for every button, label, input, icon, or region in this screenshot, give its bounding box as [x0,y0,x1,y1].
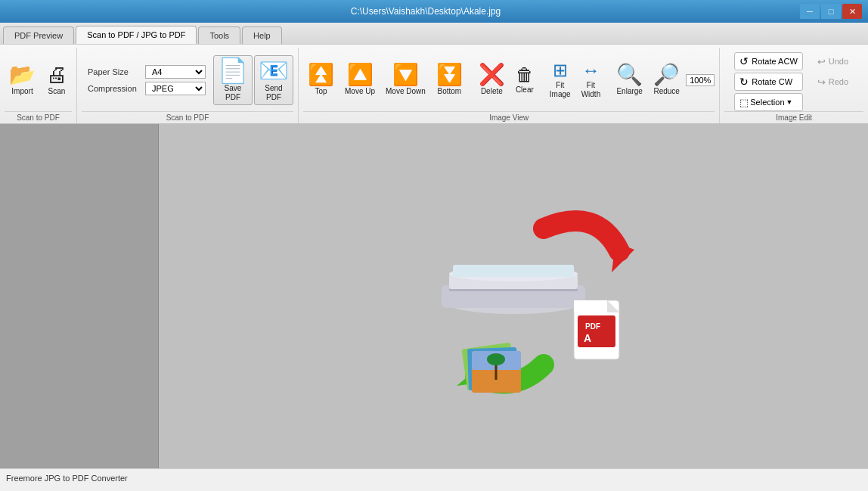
ribbon-section-import-scan: 📂 Import 🖨 Scan Scan to PDF [0,48,77,123]
reduce-button[interactable]: 🔎 Reduce [649,57,684,103]
close-button[interactable]: ✕ [842,4,862,19]
svg-rect-5 [453,265,574,277]
undo-button[interactable]: ↩ Undo [812,52,854,70]
status-bar: Freemore JPG to PDF Converter [0,468,868,486]
zoom-display: 100% [686,74,715,86]
rotate-acw-button[interactable]: ↺ Rotate ACW [734,52,803,70]
pdf-controls: Paper Size A4 A3 Letter Legal Compressio… [82,62,212,98]
scan-icon: 🖨 [46,64,67,85]
thumbnail-panel [0,124,159,468]
send-pdf-icon: 📧 [259,58,289,82]
undo-icon: ↩ [817,56,826,67]
fit-width-icon: ↔ [581,61,600,79]
tab-tools[interactable]: Tools [198,26,240,44]
compression-select[interactable]: JPEG LZW None [145,82,206,95]
send-pdf-button[interactable]: 📧 SendPDF [254,55,293,105]
content-area: PDF A [159,124,868,468]
maximize-button[interactable]: □ [821,4,841,19]
redo-button[interactable]: ↪ Redo [812,73,854,91]
bottom-label: Bottom [437,87,461,96]
selection-dropdown-icon: ▼ [786,98,793,106]
top-icon: ⏫ [308,64,334,85]
menu-area: PDF Preview Scan to PDF / JPG to PDF Too… [0,23,868,45]
selection-label: Selection [750,98,784,107]
import-scan-buttons: 📂 Import 🖨 Scan [5,49,72,111]
import-icon: 📂 [9,64,36,85]
rotate-cw-icon: ↻ [739,76,749,88]
ribbon-section-image-edit: ↺ Rotate ACW ↻ Rotate CW ⬚ Selection ▼ [720,48,868,123]
window-controls: ─ □ ✕ [800,4,862,19]
tab-bar: PDF Preview Scan to PDF / JPG to PDF Too… [0,23,868,44]
selection-button[interactable]: ⬚ Selection ▼ [734,93,803,111]
move-up-icon: 🔼 [347,64,374,85]
tab-pdf-preview[interactable]: PDF Preview [3,26,74,44]
bottom-icon: ⏬ [436,64,463,85]
clear-button[interactable]: 🗑 Clear [511,57,538,103]
ribbon-section-image-view: ⏫ Top 🔼 Move Up 🔽 Move Down ⏬ Bottom ❌ D… [299,48,720,123]
image-view-buttons: ⏫ Top 🔼 Move Up 🔽 Move Down ⏬ Bottom ❌ D… [303,49,715,111]
image-edit-buttons: ↺ Rotate ACW ↻ Rotate CW ⬚ Selection ▼ [734,49,854,111]
move-up-button[interactable]: 🔼 Move Up [340,57,380,103]
scan-to-pdf-label: Scan to PDF [5,111,72,123]
main-area: PDF A [0,124,868,468]
reduce-label: Reduce [653,87,679,96]
image-view-label: Image View [303,111,715,123]
edit-right: ↺ Rotate ACW ↻ Rotate CW ⬚ Selection ▼ [734,52,854,111]
rotate-cw-label: Rotate CW [752,77,792,86]
pdf-options-buttons: Paper Size A4 A3 Letter Legal Compressio… [82,49,293,111]
tab-scan-to-pdf[interactable]: Scan to PDF / JPG to PDF [76,26,197,44]
fit-width-button[interactable]: ↔ FitWidth [577,57,606,103]
save-pdf-button[interactable]: 📄 SavePDF [213,55,253,105]
svg-point-19 [487,353,505,365]
delete-button[interactable]: ❌ Delete [474,57,510,103]
rotate-acw-icon: ↺ [739,55,749,67]
fit-image-icon: ⊞ [553,61,568,79]
redo-icon: ↪ [817,76,826,88]
delete-label: Delete [481,87,503,96]
clear-label: Clear [516,85,534,95]
fit-width-label: FitWidth [581,81,601,99]
enlarge-label: Enlarge [616,87,642,96]
paper-size-label: Paper Size [88,67,141,76]
clear-icon: 🗑 [516,66,534,84]
move-down-icon: 🔽 [392,64,419,85]
move-up-label: Move Up [345,87,375,96]
status-text: Freemore JPG to PDF Converter [6,474,128,483]
move-down-label: Move Down [386,87,426,96]
top-label: Top [315,87,327,96]
paper-size-row: Paper Size A4 A3 Letter Legal [88,65,206,79]
paper-size-select[interactable]: A4 A3 Letter Legal [145,65,206,79]
svg-marker-6 [612,242,634,272]
compression-row: Compression JPEG LZW None [88,82,206,95]
rotate-acw-label: Rotate ACW [752,57,798,66]
redo-label: Redo [829,77,848,86]
undo-redo-col: ↩ Undo ↪ Redo [812,52,854,111]
minimize-button[interactable]: ─ [800,4,820,19]
svg-rect-10 [574,300,607,312]
rotate-col: ↺ Rotate ACW ↻ Rotate CW ⬚ Selection ▼ [734,52,803,111]
zoom-value: 100% [690,76,711,85]
svg-rect-3 [449,289,578,291]
tab-help[interactable]: Help [242,26,282,44]
fit-image-button[interactable]: ⊞ FitImage [545,57,575,103]
import-label: Import [11,87,33,96]
bottom-button[interactable]: ⏬ Bottom [432,57,467,103]
delete-icon: ❌ [479,64,505,85]
import-button[interactable]: 📂 Import [5,57,40,103]
enlarge-button[interactable]: 🔍 Enlarge [612,57,647,103]
window-title: C:\Users\Vaishakh\Desktop\Akale.jpg [51,6,800,17]
ribbon-section-pdf-options: Paper Size A4 A3 Letter Legal Compressio… [77,48,299,123]
scan-to-pdf-section-label: Scan to PDF [82,111,293,123]
enlarge-icon: 🔍 [616,64,643,85]
rotate-cw-button[interactable]: ↻ Rotate CW [734,73,803,91]
reduce-icon: 🔎 [653,64,680,85]
undo-label: Undo [829,57,848,66]
move-down-button[interactable]: 🔽 Move Down [381,57,430,103]
top-button[interactable]: ⏫ Top [303,57,339,103]
send-pdf-label: SendPDF [265,84,282,102]
scan-button[interactable]: 🖨 Scan [42,57,72,103]
svg-text:PDF: PDF [585,322,600,331]
svg-text:A: A [584,332,591,344]
ribbon: 📂 Import 🖨 Scan Scan to PDF Paper Size A… [0,45,868,124]
save-pdf-label: SavePDF [225,84,242,102]
